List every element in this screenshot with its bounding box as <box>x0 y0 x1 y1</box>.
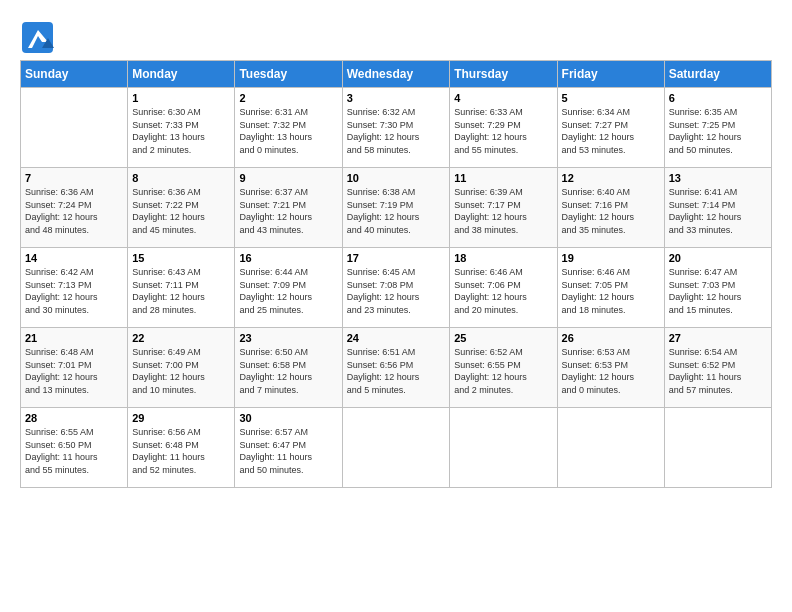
day-number: 17 <box>347 252 446 264</box>
calendar-cell: 26Sunrise: 6:53 AM Sunset: 6:53 PM Dayli… <box>557 328 664 408</box>
day-info: Sunrise: 6:54 AM Sunset: 6:52 PM Dayligh… <box>669 346 767 396</box>
day-info: Sunrise: 6:48 AM Sunset: 7:01 PM Dayligh… <box>25 346 123 396</box>
day-info: Sunrise: 6:52 AM Sunset: 6:55 PM Dayligh… <box>454 346 552 396</box>
day-info: Sunrise: 6:46 AM Sunset: 7:06 PM Dayligh… <box>454 266 552 316</box>
calendar-cell: 23Sunrise: 6:50 AM Sunset: 6:58 PM Dayli… <box>235 328 342 408</box>
calendar-cell: 5Sunrise: 6:34 AM Sunset: 7:27 PM Daylig… <box>557 88 664 168</box>
calendar-cell: 24Sunrise: 6:51 AM Sunset: 6:56 PM Dayli… <box>342 328 450 408</box>
day-info: Sunrise: 6:47 AM Sunset: 7:03 PM Dayligh… <box>669 266 767 316</box>
calendar-cell: 11Sunrise: 6:39 AM Sunset: 7:17 PM Dayli… <box>450 168 557 248</box>
day-number: 16 <box>239 252 337 264</box>
day-info: Sunrise: 6:55 AM Sunset: 6:50 PM Dayligh… <box>25 426 123 476</box>
day-number: 18 <box>454 252 552 264</box>
day-info: Sunrise: 6:57 AM Sunset: 6:47 PM Dayligh… <box>239 426 337 476</box>
header-day: Wednesday <box>342 61 450 88</box>
calendar-cell: 29Sunrise: 6:56 AM Sunset: 6:48 PM Dayli… <box>128 408 235 488</box>
day-info: Sunrise: 6:33 AM Sunset: 7:29 PM Dayligh… <box>454 106 552 156</box>
day-info: Sunrise: 6:49 AM Sunset: 7:00 PM Dayligh… <box>132 346 230 396</box>
day-number: 28 <box>25 412 123 424</box>
day-number: 14 <box>25 252 123 264</box>
day-info: Sunrise: 6:40 AM Sunset: 7:16 PM Dayligh… <box>562 186 660 236</box>
calendar-cell: 17Sunrise: 6:45 AM Sunset: 7:08 PM Dayli… <box>342 248 450 328</box>
day-number: 24 <box>347 332 446 344</box>
day-info: Sunrise: 6:34 AM Sunset: 7:27 PM Dayligh… <box>562 106 660 156</box>
calendar-cell: 15Sunrise: 6:43 AM Sunset: 7:11 PM Dayli… <box>128 248 235 328</box>
day-number: 30 <box>239 412 337 424</box>
day-info: Sunrise: 6:36 AM Sunset: 7:22 PM Dayligh… <box>132 186 230 236</box>
day-number: 26 <box>562 332 660 344</box>
calendar-cell: 22Sunrise: 6:49 AM Sunset: 7:00 PM Dayli… <box>128 328 235 408</box>
day-info: Sunrise: 6:38 AM Sunset: 7:19 PM Dayligh… <box>347 186 446 236</box>
day-number: 1 <box>132 92 230 104</box>
day-info: Sunrise: 6:36 AM Sunset: 7:24 PM Dayligh… <box>25 186 123 236</box>
day-info: Sunrise: 6:41 AM Sunset: 7:14 PM Dayligh… <box>669 186 767 236</box>
day-info: Sunrise: 6:53 AM Sunset: 6:53 PM Dayligh… <box>562 346 660 396</box>
day-number: 19 <box>562 252 660 264</box>
calendar-cell: 9Sunrise: 6:37 AM Sunset: 7:21 PM Daylig… <box>235 168 342 248</box>
day-number: 8 <box>132 172 230 184</box>
calendar-cell <box>557 408 664 488</box>
day-info: Sunrise: 6:39 AM Sunset: 7:17 PM Dayligh… <box>454 186 552 236</box>
day-number: 13 <box>669 172 767 184</box>
day-number: 6 <box>669 92 767 104</box>
day-info: Sunrise: 6:51 AM Sunset: 6:56 PM Dayligh… <box>347 346 446 396</box>
calendar-cell: 13Sunrise: 6:41 AM Sunset: 7:14 PM Dayli… <box>664 168 771 248</box>
calendar-week: 28Sunrise: 6:55 AM Sunset: 6:50 PM Dayli… <box>21 408 772 488</box>
calendar-table: SundayMondayTuesdayWednesdayThursdayFrid… <box>20 60 772 488</box>
day-number: 10 <box>347 172 446 184</box>
calendar-cell: 4Sunrise: 6:33 AM Sunset: 7:29 PM Daylig… <box>450 88 557 168</box>
day-info: Sunrise: 6:45 AM Sunset: 7:08 PM Dayligh… <box>347 266 446 316</box>
calendar-week: 14Sunrise: 6:42 AM Sunset: 7:13 PM Dayli… <box>21 248 772 328</box>
calendar-cell: 12Sunrise: 6:40 AM Sunset: 7:16 PM Dayli… <box>557 168 664 248</box>
calendar-cell: 6Sunrise: 6:35 AM Sunset: 7:25 PM Daylig… <box>664 88 771 168</box>
calendar-cell: 19Sunrise: 6:46 AM Sunset: 7:05 PM Dayli… <box>557 248 664 328</box>
day-number: 20 <box>669 252 767 264</box>
header-day: Tuesday <box>235 61 342 88</box>
calendar-cell: 7Sunrise: 6:36 AM Sunset: 7:24 PM Daylig… <box>21 168 128 248</box>
day-info: Sunrise: 6:32 AM Sunset: 7:30 PM Dayligh… <box>347 106 446 156</box>
header-row: SundayMondayTuesdayWednesdayThursdayFrid… <box>21 61 772 88</box>
calendar-cell: 18Sunrise: 6:46 AM Sunset: 7:06 PM Dayli… <box>450 248 557 328</box>
day-number: 5 <box>562 92 660 104</box>
calendar-cell: 28Sunrise: 6:55 AM Sunset: 6:50 PM Dayli… <box>21 408 128 488</box>
day-info: Sunrise: 6:46 AM Sunset: 7:05 PM Dayligh… <box>562 266 660 316</box>
day-number: 27 <box>669 332 767 344</box>
day-number: 11 <box>454 172 552 184</box>
day-number: 2 <box>239 92 337 104</box>
header-day: Saturday <box>664 61 771 88</box>
day-number: 23 <box>239 332 337 344</box>
day-number: 29 <box>132 412 230 424</box>
day-number: 25 <box>454 332 552 344</box>
day-info: Sunrise: 6:35 AM Sunset: 7:25 PM Dayligh… <box>669 106 767 156</box>
calendar-cell: 25Sunrise: 6:52 AM Sunset: 6:55 PM Dayli… <box>450 328 557 408</box>
day-info: Sunrise: 6:42 AM Sunset: 7:13 PM Dayligh… <box>25 266 123 316</box>
calendar-week: 1Sunrise: 6:30 AM Sunset: 7:33 PM Daylig… <box>21 88 772 168</box>
calendar-cell: 21Sunrise: 6:48 AM Sunset: 7:01 PM Dayli… <box>21 328 128 408</box>
day-info: Sunrise: 6:43 AM Sunset: 7:11 PM Dayligh… <box>132 266 230 316</box>
calendar-cell: 30Sunrise: 6:57 AM Sunset: 6:47 PM Dayli… <box>235 408 342 488</box>
day-number: 21 <box>25 332 123 344</box>
calendar-cell: 20Sunrise: 6:47 AM Sunset: 7:03 PM Dayli… <box>664 248 771 328</box>
calendar-cell: 3Sunrise: 6:32 AM Sunset: 7:30 PM Daylig… <box>342 88 450 168</box>
calendar-cell <box>342 408 450 488</box>
header-day: Monday <box>128 61 235 88</box>
day-info: Sunrise: 6:56 AM Sunset: 6:48 PM Dayligh… <box>132 426 230 476</box>
day-info: Sunrise: 6:44 AM Sunset: 7:09 PM Dayligh… <box>239 266 337 316</box>
calendar-cell: 1Sunrise: 6:30 AM Sunset: 7:33 PM Daylig… <box>128 88 235 168</box>
calendar-cell: 27Sunrise: 6:54 AM Sunset: 6:52 PM Dayli… <box>664 328 771 408</box>
calendar-week: 7Sunrise: 6:36 AM Sunset: 7:24 PM Daylig… <box>21 168 772 248</box>
day-number: 9 <box>239 172 337 184</box>
day-number: 22 <box>132 332 230 344</box>
day-info: Sunrise: 6:37 AM Sunset: 7:21 PM Dayligh… <box>239 186 337 236</box>
page-header <box>20 20 772 50</box>
header-day: Friday <box>557 61 664 88</box>
calendar-cell <box>450 408 557 488</box>
day-info: Sunrise: 6:31 AM Sunset: 7:32 PM Dayligh… <box>239 106 337 156</box>
svg-rect-0 <box>22 22 53 53</box>
day-number: 3 <box>347 92 446 104</box>
day-number: 4 <box>454 92 552 104</box>
calendar-cell: 14Sunrise: 6:42 AM Sunset: 7:13 PM Dayli… <box>21 248 128 328</box>
calendar-cell: 16Sunrise: 6:44 AM Sunset: 7:09 PM Dayli… <box>235 248 342 328</box>
day-info: Sunrise: 6:50 AM Sunset: 6:58 PM Dayligh… <box>239 346 337 396</box>
day-number: 15 <box>132 252 230 264</box>
